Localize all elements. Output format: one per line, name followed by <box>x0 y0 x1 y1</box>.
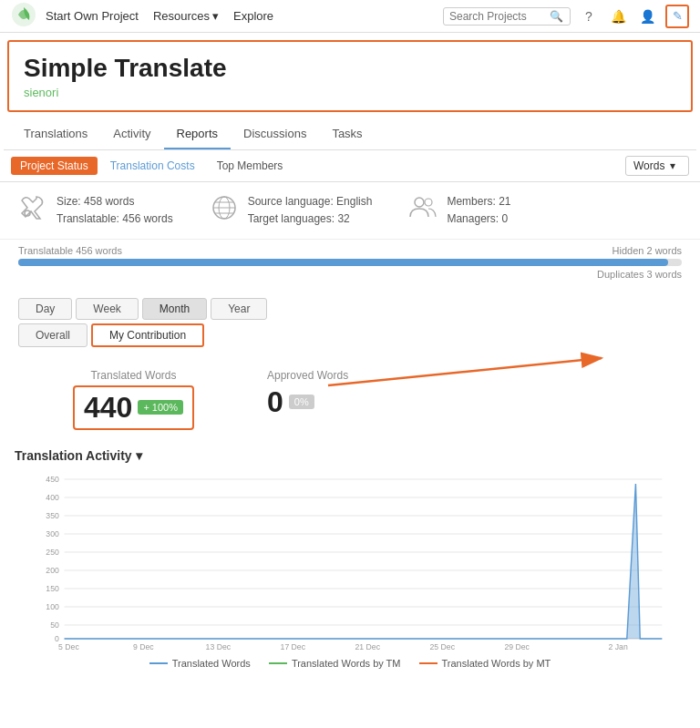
svg-text:17 Dec: 17 Dec <box>281 642 306 651</box>
svg-text:5 Dec: 5 Dec <box>58 642 79 651</box>
project-user[interactable]: sienori <box>24 86 676 99</box>
legend-translated-tm: Translated Words by TM <box>269 658 401 669</box>
project-header: Simple Translate sienori <box>7 40 693 112</box>
progress-right-label: Hidden 2 words <box>612 245 682 256</box>
metric-translated-value: 440 <box>84 391 132 425</box>
sub-tab-translation-costs[interactable]: Translation Costs <box>101 157 204 175</box>
svg-text:29 Dec: 29 Dec <box>504 642 530 651</box>
stats-row: Size: 458 words Translatable: 456 words … <box>0 182 700 240</box>
stat-members-text: Members: 21 Managers: 0 <box>447 193 510 228</box>
legend-line-blue <box>149 662 168 664</box>
words-dropdown-label: Words <box>633 159 664 172</box>
nav-links: Start Own Project Resources ▾ Explore <box>46 9 443 23</box>
chart-legend: Translated Words Translated Words by TM … <box>15 652 685 674</box>
period-day[interactable]: Day <box>18 298 72 320</box>
chart-container: 450 400 350 300 250 200 150 100 50 0 5 D… <box>29 470 671 652</box>
svg-text:200: 200 <box>46 566 59 575</box>
svg-text:13 Dec: 13 Dec <box>206 642 232 651</box>
tab-reports[interactable]: Reports <box>164 119 232 149</box>
metric-approved-badge: 0% <box>289 395 314 409</box>
metric-approved-label: Approved Words <box>267 369 348 382</box>
nav-explore[interactable]: Explore <box>233 9 273 23</box>
help-icon[interactable]: ? <box>578 5 600 27</box>
period-overall[interactable]: Overall <box>18 323 88 347</box>
period-year[interactable]: Year <box>211 298 267 320</box>
svg-text:25 Dec: 25 Dec <box>430 642 456 651</box>
activity-section: Translation Activity ▾ 450 400 350 300 2… <box>0 441 700 674</box>
bell-icon[interactable]: 🔔 <box>607 5 629 27</box>
stat-size-text: Size: 458 words Translatable: 456 words <box>57 193 173 228</box>
svg-text:50: 50 <box>50 620 59 630</box>
metric-translated-box: 440 + 100% <box>73 385 194 430</box>
metrics-container: Translated Words 440 + 100% Approved Wor… <box>0 358 700 441</box>
metric-translated: Translated Words 440 + 100% <box>73 369 194 430</box>
legend-line-green <box>269 662 287 664</box>
tab-tasks[interactable]: Tasks <box>319 119 375 149</box>
svg-text:100: 100 <box>46 602 59 611</box>
progress-bar <box>18 259 682 266</box>
tab-translations[interactable]: Translations <box>11 119 100 149</box>
tab-discussions[interactable]: Discussions <box>231 119 319 149</box>
metric-approved-value: 0 <box>267 385 283 419</box>
words-dropdown-arrow: ▾ <box>670 159 675 172</box>
sub-tab-top-members[interactable]: Top Members <box>208 157 293 175</box>
search-input[interactable] <box>449 10 550 23</box>
nav-icons: ? 🔔 👤 ✎ <box>578 5 689 28</box>
stat-members: Members: 21 Managers: 0 <box>408 193 510 228</box>
globe-icon <box>210 193 239 228</box>
metrics-section: Translated Words 440 + 100% Approved Wor… <box>0 358 700 441</box>
svg-point-7 <box>415 198 424 207</box>
period-row-1: Day Week Month Year <box>18 298 682 320</box>
progress-left-label: Translatable 456 words <box>18 245 122 256</box>
top-navigation: Start Own Project Resources ▾ Explore 🔍 … <box>0 0 700 33</box>
search-icon: 🔍 <box>550 10 563 23</box>
stat-size: Size: 458 words Translatable: 456 words <box>18 193 173 228</box>
period-my-contribution[interactable]: My Contribution <box>91 323 204 347</box>
wrench-icon <box>18 193 47 228</box>
period-section: Day Week Month Year Overall My Contribut… <box>0 283 700 358</box>
edit-icon-btn[interactable]: ✎ <box>665 5 689 28</box>
activity-header: Translation Activity ▾ <box>15 448 685 463</box>
period-row-2: Overall My Contribution <box>18 323 682 347</box>
svg-text:450: 450 <box>46 475 59 484</box>
legend-translated-mt: Translated Words by MT <box>419 658 551 669</box>
progress-labels: Translatable 456 words Hidden 2 words <box>18 245 682 256</box>
words-dropdown[interactable]: Words ▾ <box>625 156 689 176</box>
project-title: Simple Translate <box>24 53 676 84</box>
metric-approved-row: 0 0% <box>267 385 348 419</box>
metric-translated-badge: + 100% <box>138 400 183 415</box>
people-icon <box>408 193 438 228</box>
nav-resources[interactable]: Resources ▾ <box>153 9 219 23</box>
user-icon[interactable]: 👤 <box>636 5 658 27</box>
activity-dropdown-arrow[interactable]: ▾ <box>136 448 142 463</box>
legend-label-tm: Translated Words by TM <box>292 658 401 669</box>
svg-text:150: 150 <box>46 584 59 593</box>
progress-bar-fill <box>18 259 668 266</box>
logo-icon[interactable] <box>11 2 36 30</box>
metric-approved: Approved Words 0 0% <box>267 369 348 419</box>
svg-text:21 Dec: 21 Dec <box>355 642 381 651</box>
stat-language-text: Source language: English Target language… <box>248 193 373 228</box>
search-bar[interactable]: 🔍 <box>443 7 571 26</box>
main-tabs: Translations Activity Reports Discussion… <box>4 119 696 150</box>
sub-tab-project-status[interactable]: Project Status <box>11 157 98 175</box>
metric-translated-label: Translated Words <box>73 369 194 382</box>
tab-activity[interactable]: Activity <box>100 119 163 149</box>
legend-label-translated: Translated Words <box>172 658 251 669</box>
period-month[interactable]: Month <box>142 298 207 320</box>
svg-text:400: 400 <box>46 493 59 502</box>
activity-title: Translation Activity <box>15 448 132 463</box>
period-week[interactable]: Week <box>76 298 138 320</box>
legend-line-orange <box>419 662 438 664</box>
svg-marker-39 <box>605 484 663 639</box>
svg-point-8 <box>425 199 432 206</box>
legend-label-mt: Translated Words by MT <box>442 658 551 669</box>
svg-text:9 Dec: 9 Dec <box>133 642 154 651</box>
svg-text:350: 350 <box>46 511 59 520</box>
activity-chart: 450 400 350 300 250 200 150 100 50 0 5 D… <box>29 470 671 652</box>
progress-area: Translatable 456 words Hidden 2 words Du… <box>0 240 700 283</box>
duplicates-note: Duplicates 3 words <box>18 269 682 280</box>
sub-tabs-row: Project Status Translation Costs Top Mem… <box>0 150 700 182</box>
legend-translated-words: Translated Words <box>149 658 251 669</box>
nav-start-own-project[interactable]: Start Own Project <box>46 9 139 23</box>
